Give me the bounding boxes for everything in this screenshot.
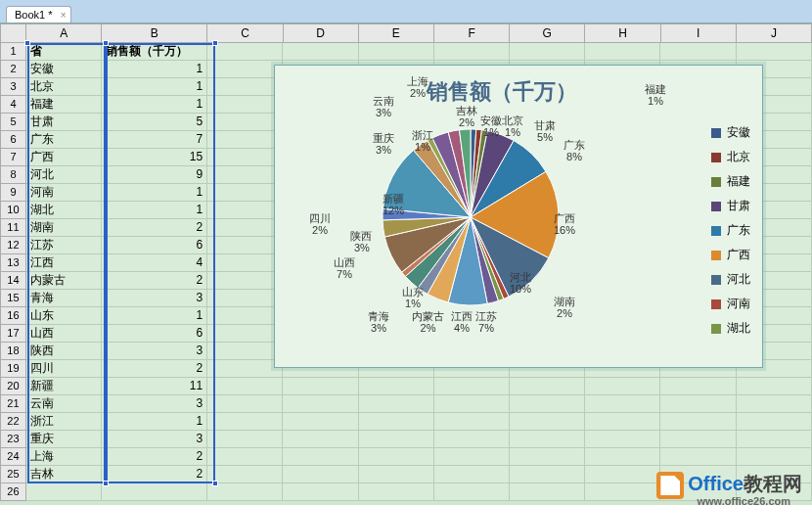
cell[interactable] xyxy=(283,466,358,483)
close-icon[interactable]: × xyxy=(61,10,67,21)
cell[interactable]: 云南 xyxy=(26,395,102,413)
column-header[interactable]: J xyxy=(737,23,812,43)
cell[interactable] xyxy=(207,378,283,395)
cell[interactable] xyxy=(207,202,283,219)
cell[interactable]: 河南 xyxy=(26,184,102,202)
cell[interactable]: 上海 xyxy=(26,448,102,466)
cell[interactable] xyxy=(207,237,283,254)
cell[interactable]: 3 xyxy=(102,343,207,360)
cell[interactable]: 2 xyxy=(102,448,207,466)
row-header[interactable]: 11 xyxy=(0,219,26,237)
cell[interactable] xyxy=(660,413,736,431)
cell[interactable] xyxy=(359,413,434,431)
pie-chart[interactable]: 销售额（千万） 安徽北京福建甘肃广东广西河北河南湖北 云南3%上海2%吉林2%安… xyxy=(274,65,763,368)
column-header[interactable]: E xyxy=(359,23,434,43)
cell[interactable]: 湖南 xyxy=(26,219,102,237)
cell[interactable]: 北京 xyxy=(26,78,102,96)
cell[interactable] xyxy=(585,378,660,395)
cell[interactable]: 11 xyxy=(102,378,207,395)
cell[interactable] xyxy=(207,360,283,378)
cell[interactable] xyxy=(207,272,283,290)
cell[interactable]: 15 xyxy=(102,149,207,166)
column-header[interactable]: G xyxy=(510,23,585,43)
cell[interactable] xyxy=(207,466,283,483)
row-header[interactable]: 24 xyxy=(0,448,26,466)
select-all-corner[interactable] xyxy=(0,23,26,43)
cell[interactable] xyxy=(359,448,434,466)
row-header[interactable]: 1 xyxy=(0,43,26,61)
row-header[interactable]: 22 xyxy=(0,413,26,431)
row-header[interactable]: 14 xyxy=(0,272,26,290)
cell[interactable] xyxy=(207,431,283,448)
cell[interactable]: 2 xyxy=(102,360,207,378)
cell[interactable] xyxy=(434,395,510,413)
cell[interactable] xyxy=(737,413,812,431)
cell[interactable] xyxy=(660,43,736,61)
row-header[interactable]: 9 xyxy=(0,184,26,202)
cell[interactable]: 1 xyxy=(102,413,207,431)
cell[interactable] xyxy=(510,395,585,413)
row-header[interactable]: 12 xyxy=(0,237,26,254)
cell[interactable]: 江苏 xyxy=(26,237,102,254)
row-header[interactable]: 6 xyxy=(0,131,26,149)
cell[interactable]: 河北 xyxy=(26,166,102,184)
cell[interactable]: 2 xyxy=(102,272,207,290)
row-header[interactable]: 18 xyxy=(0,343,26,360)
cell[interactable] xyxy=(737,378,812,395)
cell[interactable] xyxy=(207,43,283,61)
cell[interactable] xyxy=(510,431,585,448)
cell[interactable]: 重庆 xyxy=(26,431,102,448)
cell[interactable] xyxy=(207,166,283,184)
cell[interactable]: 1 xyxy=(102,78,207,96)
cell[interactable]: 吉林 xyxy=(26,466,102,483)
cell[interactable] xyxy=(102,483,207,501)
cell[interactable] xyxy=(737,43,812,61)
cell[interactable] xyxy=(207,307,283,325)
cell[interactable]: 1 xyxy=(102,96,207,114)
row-header[interactable]: 8 xyxy=(0,166,26,184)
cell[interactable]: 6 xyxy=(102,325,207,343)
cell[interactable] xyxy=(737,431,812,448)
cell[interactable] xyxy=(585,431,660,448)
cell[interactable] xyxy=(585,43,660,61)
cell[interactable] xyxy=(207,448,283,466)
row-header[interactable]: 7 xyxy=(0,149,26,166)
cell[interactable] xyxy=(434,466,510,483)
cell[interactable] xyxy=(283,483,358,501)
cell[interactable] xyxy=(359,431,434,448)
row-header[interactable]: 25 xyxy=(0,466,26,483)
cell[interactable]: 福建 xyxy=(26,96,102,114)
column-header[interactable]: F xyxy=(434,23,510,43)
workbook-tab[interactable]: Book1 * × xyxy=(6,6,71,23)
cell[interactable] xyxy=(359,43,434,61)
row-header[interactable]: 4 xyxy=(0,96,26,114)
cell[interactable]: 新疆 xyxy=(26,378,102,395)
cell[interactable] xyxy=(207,254,283,272)
cell[interactable]: 1 xyxy=(102,61,207,78)
cell[interactable] xyxy=(510,483,585,501)
cell[interactable]: 1 xyxy=(102,184,207,202)
cell[interactable] xyxy=(510,413,585,431)
cell[interactable]: 四川 xyxy=(26,360,102,378)
cell[interactable]: 青海 xyxy=(26,290,102,307)
cell[interactable] xyxy=(283,43,358,61)
column-header[interactable]: C xyxy=(207,23,283,43)
column-header[interactable]: D xyxy=(284,23,359,43)
cell[interactable] xyxy=(359,483,434,501)
row-header[interactable]: 19 xyxy=(0,360,26,378)
cell[interactable]: 省 xyxy=(26,43,102,61)
cell[interactable] xyxy=(207,290,283,307)
column-header[interactable]: B xyxy=(102,23,207,43)
row-header[interactable]: 20 xyxy=(0,378,26,395)
cell[interactable] xyxy=(510,378,585,395)
cell[interactable] xyxy=(434,378,510,395)
cell[interactable]: 山东 xyxy=(26,307,102,325)
row-header[interactable]: 21 xyxy=(0,395,26,413)
cell[interactable] xyxy=(434,448,510,466)
cell[interactable]: 3 xyxy=(102,395,207,413)
cell[interactable] xyxy=(283,431,358,448)
cell[interactable] xyxy=(207,78,283,96)
cell[interactable] xyxy=(737,448,812,466)
cell[interactable] xyxy=(207,483,283,501)
cell[interactable] xyxy=(660,395,736,413)
